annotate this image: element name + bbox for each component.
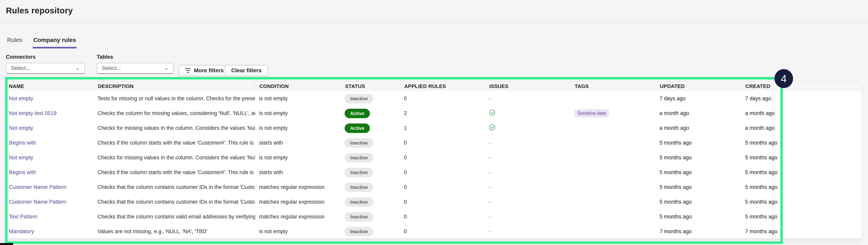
rule-name-link[interactable]: Customer Name Pattern <box>6 184 94 190</box>
check-circle-icon <box>489 109 496 117</box>
rule-updated: a month ago <box>655 125 741 131</box>
connectors-select[interactable]: Select... ⌄ <box>6 63 85 74</box>
rule-created: 5 months ago <box>741 199 826 205</box>
rule-issues-cell: - <box>485 214 570 220</box>
rule-description: Checks if the column starts with the val… <box>94 169 255 175</box>
rule-applied-count: 1 <box>400 125 485 131</box>
rule-issues-cell: - <box>485 199 570 205</box>
rule-created: a month ago <box>741 125 826 131</box>
rule-issues-cell: - <box>485 140 570 146</box>
column-header-filler <box>826 81 862 91</box>
rule-name-link[interactable]: Not empty <box>6 96 94 102</box>
rule-condition: is not empty <box>255 110 341 116</box>
status-badge: Inactive <box>345 212 373 221</box>
rule-created: 7 months ago <box>741 229 826 235</box>
check-circle-icon <box>489 124 496 132</box>
table-row: Not empty Checks for missing values in t… <box>6 121 862 136</box>
table-header: NAME DESCRIPTION CONDITION STATUS APPLIE… <box>6 81 862 91</box>
no-issues-dash: - <box>489 169 491 175</box>
rule-condition: starts with <box>255 140 341 146</box>
no-issues-dash: - <box>489 96 491 101</box>
rule-status-cell: Inactive <box>341 197 400 207</box>
rule-updated: 5 months ago <box>655 154 741 161</box>
rule-condition: matches regular expression <box>255 214 341 220</box>
more-filters-button[interactable]: More filters <box>179 65 230 76</box>
rule-condition: matches regular expression <box>255 199 341 205</box>
rule-name-link[interactable]: Begins with <box>6 169 94 175</box>
rule-issues-cell: - <box>485 169 570 175</box>
rule-description: Checks for missing values in the column.… <box>94 154 255 161</box>
column-header-description[interactable]: DESCRIPTION <box>94 81 255 91</box>
rule-name-link[interactable]: Not empty <box>6 125 94 131</box>
rules-table: NAME DESCRIPTION CONDITION STATUS APPLIE… <box>6 81 862 243</box>
column-header-tags[interactable]: TAGS <box>570 81 655 91</box>
tab-rules[interactable]: Rules <box>6 35 24 48</box>
rule-name-link[interactable]: Customer Name Pattern <box>6 199 94 205</box>
rule-issues-cell: - <box>485 184 570 190</box>
rule-created: 5 months ago <box>741 154 826 161</box>
rule-applied-count: 0 <box>400 96 485 102</box>
rule-updated: 5 months ago <box>655 140 741 146</box>
rule-name-link[interactable]: Mandatory <box>6 229 94 235</box>
rule-status-cell: Inactive <box>341 182 400 192</box>
no-issues-dash: - <box>489 229 491 234</box>
table-row: Begins with Checks if the column starts … <box>6 136 862 150</box>
filter-icon <box>185 68 191 73</box>
status-badge: Inactive <box>345 138 373 148</box>
rule-applied-count: 0 <box>400 169 485 175</box>
rule-name-link[interactable]: Not empty test 0519 <box>6 110 94 116</box>
tables-filter: Tables Select... ⌄ <box>97 54 174 74</box>
rule-status-cell: Active <box>341 124 400 133</box>
table-row: Not empty test 0519 Checks the column fo… <box>6 106 862 121</box>
status-badge: Active <box>345 124 370 133</box>
column-header-issues[interactable]: ISSUES <box>485 81 570 91</box>
rule-issues-cell: - <box>485 229 570 235</box>
rule-updated: 5 months ago <box>655 184 741 190</box>
column-header-applied-rules[interactable]: APPLIED RULES <box>400 81 485 91</box>
more-filters-label: More filters <box>194 67 224 74</box>
status-badge: Inactive <box>345 153 373 163</box>
no-issues-dash: - <box>489 154 491 161</box>
chevron-down-icon: ⌄ <box>164 66 168 71</box>
rule-condition: is not empty <box>255 96 341 102</box>
table-row: Not empty Checks for missing values in t… <box>6 150 862 165</box>
rule-updated: a month ago <box>655 110 741 116</box>
clear-filters-button[interactable]: Clear filters <box>225 65 268 76</box>
rule-status-cell: Inactive <box>341 153 400 163</box>
tag-chip[interactable]: Sensitive data <box>574 109 609 117</box>
column-header-condition[interactable]: CONDITION <box>255 81 341 91</box>
rule-condition: is not empty <box>255 125 341 131</box>
rule-name-link[interactable]: Begins with <box>6 140 94 146</box>
status-badge: Active <box>345 109 370 118</box>
tables-select-placeholder: Select... <box>102 65 121 71</box>
rule-condition: is not empty <box>255 229 341 235</box>
rule-applied-count: 0 <box>400 140 485 146</box>
table-row: Not empty Tests for missing or null valu… <box>6 91 862 106</box>
rule-status-cell: Inactive <box>341 138 400 148</box>
rule-status-cell: Inactive <box>341 168 400 177</box>
table-row: Text Pattern Checks that the column cont… <box>6 209 862 224</box>
chevron-down-icon: ⌄ <box>75 66 80 71</box>
table-row: Customer Name Pattern Checks that the co… <box>6 195 862 209</box>
table-row: Mandatory Values are not missing, e.g., … <box>6 224 862 239</box>
rule-name-link[interactable]: Text Pattern <box>6 214 94 220</box>
no-issues-dash: - <box>489 214 491 220</box>
tab-company-rules[interactable]: Company rules <box>32 35 77 48</box>
rule-name-link[interactable]: Not empty <box>6 154 94 161</box>
corner-mark <box>0 243 13 245</box>
rule-description: Checks for missing values in the column.… <box>94 125 255 131</box>
tables-label: Tables <box>97 54 174 60</box>
rule-applied-count: 0 <box>400 214 485 220</box>
rule-updated: 5 months ago <box>655 169 741 175</box>
horizontal-scrollbar[interactable] <box>6 238 862 242</box>
no-issues-dash: - <box>489 184 491 190</box>
tables-select[interactable]: Select... ⌄ <box>97 63 174 74</box>
rule-description: Values are not missing, e.g., NULL, 'NA'… <box>94 229 255 235</box>
table-row: Begins with Checks if the column starts … <box>6 165 862 180</box>
rule-status-cell: Inactive <box>341 212 400 221</box>
rule-status-cell: Inactive <box>341 227 400 236</box>
column-header-updated[interactable]: UPDATED <box>655 81 741 91</box>
column-header-status[interactable]: STATUS <box>341 81 400 91</box>
column-header-name[interactable]: NAME <box>6 81 94 91</box>
table-body: Not empty Tests for missing or null valu… <box>6 91 862 239</box>
